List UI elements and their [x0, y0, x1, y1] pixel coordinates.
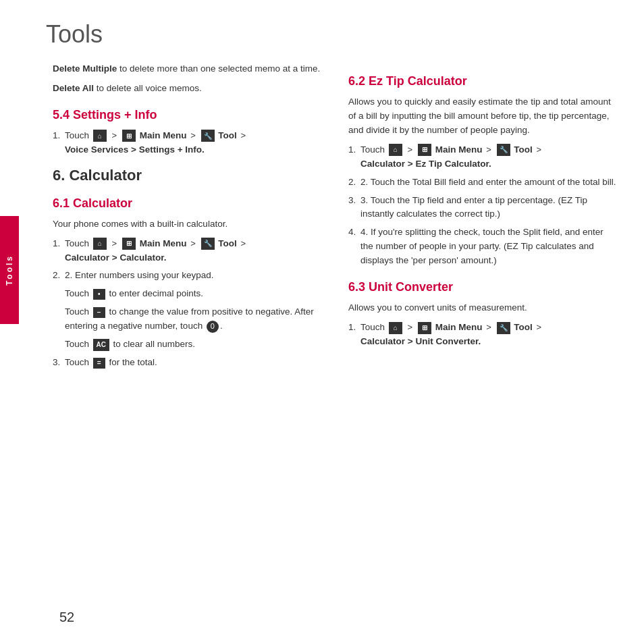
section-61-sub3: Touch AC to clear all numbers.	[65, 338, 321, 352]
minus-icon: −	[93, 307, 105, 318]
page-number: 52	[59, 610, 74, 625]
home-icon: ⌂	[93, 130, 107, 142]
mainmenu-icon-61: ⊞	[122, 238, 136, 250]
zero-icon: 0	[207, 321, 219, 333]
section-54-step1: 1. Touch ⌂ > ⊞ Main Menu > 🔧 Tool > Voic…	[53, 129, 321, 157]
equals-icon: =	[93, 358, 105, 369]
section-63-heading: 6.3 Unit Converter	[348, 280, 617, 294]
left-column: Delete Multiple to delete more than one …	[39, 62, 335, 644]
section-61-step1: 1. Touch ⌂ > ⊞ Main Menu > 🔧 Tool > Calc…	[53, 237, 321, 265]
section-63-step1: 1. Touch ⌂ > ⊞ Main Menu > 🔧 Tool > Calc…	[348, 321, 617, 349]
delete-multiple-text: Delete Multiple to delete more than one …	[53, 62, 321, 76]
section-62-step1: 1. Touch ⌂ > ⊞ Main Menu > 🔧 Tool > Calc…	[348, 143, 617, 171]
sidebar-label: Tools	[5, 254, 14, 286]
tool-icon-62: 🔧	[497, 144, 510, 156]
tool-icon-61: 🔧	[201, 238, 215, 250]
main-content: Tools Delete Multiple to delete more tha…	[19, 0, 644, 644]
home-icon-61: ⌂	[93, 238, 107, 250]
section-61-step2: 2. 2. Enter numbers using your keypad.	[53, 269, 321, 283]
page-title: Tools	[19, 0, 644, 62]
section-61-sub2: Touch − to change the value from positiv…	[65, 305, 321, 333]
home-icon-62: ⌂	[389, 144, 402, 156]
section-61-sub1: Touch • to enter decimal points.	[65, 287, 321, 301]
ac-icon: AC	[93, 339, 109, 351]
delete-multiple-bold: Delete Multiple	[53, 63, 117, 74]
delete-all-bold: Delete All	[53, 83, 94, 93]
section-62-step4: 4. 4. If you're splitting the check, tou…	[348, 225, 617, 268]
delete-all-text: Delete All to delete all voice memos.	[53, 82, 321, 96]
section-62-step3: 3. 3. Touch the Tip field and enter a ti…	[348, 194, 617, 222]
section-62-heading: 6.2 Ez Tip Calculator	[348, 74, 617, 88]
tool-icon: 🔧	[201, 130, 215, 142]
home-icon-63: ⌂	[389, 322, 402, 334]
main-menu-icon: ⊞	[122, 130, 136, 142]
tool-icon-63: 🔧	[497, 322, 510, 334]
section-6-heading: 6. Calculator	[53, 167, 321, 184]
section-61-heading: 6.1 Calculator	[53, 196, 321, 211]
right-column: 6.2 Ez Tip Calculator Allows you to quic…	[335, 62, 624, 644]
page: Tools Tools Delete Multiple to delete mo…	[0, 0, 644, 644]
columns: Delete Multiple to delete more than one …	[19, 62, 644, 644]
section-61-intro: Your phone comes with a built-in calcula…	[53, 217, 321, 232]
section-62-step2: 2. 2. Touch the Total Bill field and ent…	[348, 176, 617, 190]
section-62-intro: Allows you to quickly and easily estimat…	[348, 95, 617, 138]
dot-icon: •	[93, 289, 105, 300]
sidebar-tab: Tools	[0, 216, 19, 324]
mainmenu-icon-62: ⊞	[418, 144, 431, 156]
section-61-step3: 3. Touch = for the total.	[53, 356, 321, 370]
mainmenu-icon-63: ⊞	[418, 322, 431, 334]
section-63-intro: Allows you to convert units of measureme…	[348, 301, 617, 315]
section-54-heading: 5.4 Settings + Info	[53, 108, 321, 122]
